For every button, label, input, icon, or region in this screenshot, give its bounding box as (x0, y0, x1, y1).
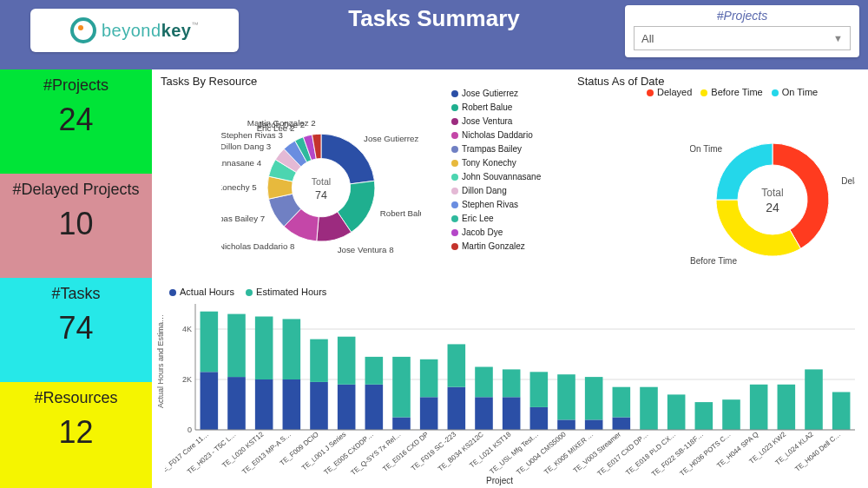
tasks-by-resource-legend: Jose GutierrezRobert BalueJose VenturaNi… (451, 87, 541, 254)
legend-item[interactable]: Martin Gonzalez (451, 240, 541, 254)
dot-icon (246, 289, 253, 296)
svg-text:Tony Konechy 5: Tony Konechy 5 (221, 182, 257, 192)
legend-item[interactable]: Tony Konechy (451, 156, 541, 170)
legend-item[interactable]: Stephen Rivas (451, 198, 541, 212)
hours-ylabel: Actual Hours and Estima… (156, 314, 165, 408)
legend-item[interactable]: Before Time (700, 87, 762, 97)
status-title: Status As of Date (577, 75, 664, 88)
svg-text:Delayed: Delayed (841, 176, 855, 186)
svg-text:Trampas Bailey 7: Trampas Bailey 7 (221, 214, 265, 223)
svg-rect-85 (805, 369, 823, 430)
svg-text:TE_V003 Streamer: TE_V003 Streamer (572, 430, 622, 474)
svg-rect-75 (667, 394, 686, 430)
chevron-down-icon: ▼ (833, 33, 843, 43)
svg-rect-77 (695, 402, 713, 430)
status-donut[interactable]: Total24DelayedBefore TimeOn Time (690, 117, 855, 282)
projects-filter-label: #Projects (625, 5, 859, 23)
svg-text:4K: 4K (182, 325, 192, 333)
legend-item[interactable]: Nicholas Daddario (451, 129, 541, 142)
hours-xlabel: Project (486, 476, 513, 485)
svg-rect-46 (392, 418, 411, 431)
projects-filter-value: All (641, 32, 654, 45)
dot-icon (451, 90, 458, 97)
dot-icon (451, 174, 458, 181)
kpi-value: 12 (0, 407, 152, 461)
svg-rect-47 (392, 357, 411, 418)
svg-rect-40 (338, 385, 356, 430)
svg-rect-29 (227, 314, 246, 378)
svg-rect-73 (640, 387, 658, 430)
kpi-label: #Delayed Projects (0, 174, 152, 199)
svg-rect-83 (778, 385, 796, 430)
header-bar: Tasks Summary beyondkey™ #Projects All ▼ (0, 0, 868, 69)
svg-rect-52 (448, 387, 466, 430)
kpi-tasks[interactable]: #Tasks 74 (0, 278, 152, 382)
projects-filter-dropdown[interactable]: All ▼ (634, 26, 851, 50)
svg-rect-68 (585, 377, 603, 419)
kpi-delayed-projects[interactable]: #Delayed Projects 10 (0, 174, 152, 278)
dot-icon (647, 89, 654, 96)
svg-text:TE_E005 CXDDP…: TE_E005 CXDDP… (322, 431, 375, 477)
dot-icon (451, 215, 458, 222)
legend-item[interactable]: Trampas Bailey (451, 142, 541, 156)
dot-icon (451, 146, 458, 153)
svg-rect-38 (310, 340, 328, 382)
dot-icon (700, 89, 707, 96)
svg-text:TE_U004 CMS5000: TE_U004 CMS5000 (515, 430, 568, 476)
svg-text:Martin Gonzalez 2: Martin Gonzalez 2 (247, 118, 316, 128)
hours-legend: Actual Hours Estimated Hours (161, 287, 326, 297)
svg-rect-26 (201, 312, 219, 373)
svg-rect-79 (722, 399, 740, 430)
svg-rect-34 (283, 379, 301, 430)
dot-icon (451, 243, 458, 250)
svg-rect-44 (365, 357, 384, 385)
logo: beyondkey™ (30, 9, 239, 52)
kpi-value: 74 (0, 303, 152, 357)
kpi-value: 10 (0, 199, 152, 253)
svg-rect-87 (832, 392, 851, 431)
kpi-value: 24 (0, 95, 152, 148)
dot-icon (451, 118, 458, 125)
svg-text:Before Time: Before Time (690, 256, 737, 266)
dot-icon (451, 132, 458, 139)
kpi-resources[interactable]: #Resources 12 (0, 382, 152, 488)
svg-text:TE_E017 CXD DP…: TE_E017 CXD DP… (595, 431, 649, 478)
legend-item[interactable]: On Time (772, 87, 819, 97)
svg-rect-55 (475, 397, 493, 430)
svg-text:74: 74 (315, 189, 327, 201)
svg-text:TE_H036 POTS C…: TE_H036 POTS C… (678, 431, 732, 478)
svg-rect-32 (255, 317, 273, 380)
svg-rect-50 (420, 359, 438, 398)
svg-rect-71 (613, 387, 631, 418)
svg-text:Total: Total (761, 187, 783, 199)
tasks-by-resource-donut[interactable]: Total74Jose Gutierrez 17Robert Balue 13J… (221, 109, 421, 282)
logo-text: beyondkey™ (102, 21, 199, 41)
dot-icon (169, 289, 176, 296)
legend-item[interactable]: Jose Ventura (451, 115, 541, 129)
legend-item[interactable]: Robert Balue (451, 101, 541, 115)
svg-rect-41 (338, 337, 356, 385)
legend-item[interactable]: Eric Lee (451, 212, 541, 226)
kpi-label: #Projects (0, 69, 152, 95)
svg-text:Robert Balue 13: Robert Balue 13 (380, 208, 421, 218)
legend-item[interactable]: Jose Gutierrez (451, 87, 541, 101)
svg-text:On Time: On Time (690, 144, 722, 154)
hours-bar-chart[interactable]: 02K4KTE_F017 Core 11…TE_H023 - T5C L…TE_… (165, 300, 859, 482)
svg-rect-65 (557, 374, 575, 419)
dot-icon (451, 201, 458, 208)
svg-text:0: 0 (187, 425, 192, 434)
kpi-projects[interactable]: #Projects 24 (0, 69, 152, 174)
legend-item[interactable]: Delayed (647, 87, 692, 97)
svg-text:TE_K005 MIXER …: TE_K005 MIXER … (542, 431, 595, 477)
svg-text:Total: Total (312, 176, 331, 187)
svg-rect-28 (227, 377, 246, 430)
kpi-label: #Tasks (0, 278, 152, 303)
legend-item[interactable]: Jacob Dye (451, 226, 541, 240)
svg-text:Jose Gutierrez 17: Jose Gutierrez 17 (364, 134, 421, 143)
svg-text:TE_F022 SB-118F…: TE_F022 SB-118F… (650, 431, 705, 478)
dot-icon (451, 160, 458, 167)
svg-text:TE_E013 MP-A S…: TE_E013 MP-A S… (240, 431, 293, 476)
legend-item[interactable]: Dillon Dang (451, 184, 541, 198)
legend-item[interactable]: John Souvannasane (451, 170, 541, 184)
kpi-label: #Resources (0, 382, 152, 407)
